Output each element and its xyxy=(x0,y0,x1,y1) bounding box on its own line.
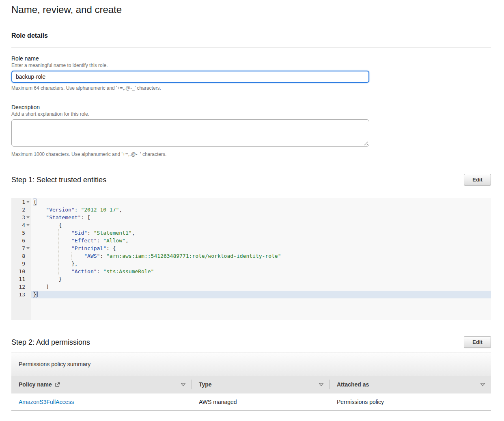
page-title: Name, review, and create xyxy=(11,4,491,15)
permissions-panel-title: Permissions policy summary xyxy=(19,361,90,367)
code-line[interactable]: } xyxy=(31,291,491,298)
permissions-panel: Permissions policy summary Policy name T… xyxy=(11,352,491,411)
code-line[interactable]: } xyxy=(31,275,491,283)
description-textarea[interactable] xyxy=(11,119,369,147)
gutter-line: 6 xyxy=(11,237,31,244)
code-line[interactable]: "Sid": "Statement1", xyxy=(31,229,491,237)
description-label: Description xyxy=(11,104,491,111)
code-line[interactable]: "Principal": { xyxy=(31,244,491,252)
role-name-hint: Enter a meaningful name to identify this… xyxy=(11,63,491,69)
table-row: AmazonS3FullAccess AWS managed Permissio… xyxy=(11,393,491,411)
code-line[interactable]: "Version": "2012-10-17", xyxy=(31,206,491,214)
gutter-line: 9 xyxy=(11,260,31,268)
policy-name-link[interactable]: AmazonS3FullAccess xyxy=(19,399,74,405)
step2-heading: Step 2: Add permissions xyxy=(11,338,90,347)
description-constraint: Maximum 1000 characters. Use alphanumeri… xyxy=(11,151,491,157)
policy-attached-as-cell: Permissions policy xyxy=(330,399,491,405)
section-divider xyxy=(11,47,491,47)
gutter-line: 7 xyxy=(11,244,31,252)
role-name-constraint: Maximum 64 characters. Use alphanumeric … xyxy=(11,85,491,91)
code-line[interactable]: { xyxy=(31,221,491,229)
filter-dropdown-icon[interactable] xyxy=(319,383,324,386)
column-header-attached-as: Attached as xyxy=(330,376,491,393)
code-line[interactable]: ] xyxy=(31,283,491,291)
description-hint: Add a short explanation for this role. xyxy=(11,111,491,117)
code-line[interactable]: "Effect": "Allow", xyxy=(31,237,491,244)
step1-heading: Step 1: Select trusted entities xyxy=(11,175,106,184)
role-name-input[interactable] xyxy=(11,71,369,83)
gutter-line: 11 xyxy=(11,275,31,283)
filter-dropdown-icon[interactable] xyxy=(480,383,485,386)
gutter-line: 1 xyxy=(11,198,31,206)
gutter-line: 13 xyxy=(11,291,31,298)
gutter-line: 8 xyxy=(11,252,31,260)
step1-edit-button[interactable]: Edit xyxy=(464,174,491,186)
trust-policy-editor[interactable]: 12345678910111213 { "Version": "2012-10-… xyxy=(11,198,491,320)
gutter-line: 3 xyxy=(11,214,31,221)
text-cursor xyxy=(37,291,38,297)
column-header-type: Type xyxy=(192,376,330,393)
filter-dropdown-icon[interactable] xyxy=(181,383,186,386)
gutter-line: 2 xyxy=(11,206,31,214)
policy-type-cell: AWS managed xyxy=(192,399,330,405)
editor-gutter: 12345678910111213 xyxy=(11,198,31,320)
code-line[interactable]: "AWS": "arn:aws:iam::541263489771:role/w… xyxy=(31,252,491,260)
gutter-line: 5 xyxy=(11,229,31,237)
external-link-icon xyxy=(55,382,60,387)
fold-icon[interactable] xyxy=(26,247,30,249)
code-line[interactable]: "Statement": [ xyxy=(31,214,491,221)
fold-icon[interactable] xyxy=(26,201,30,203)
column-header-policy-name: Policy name xyxy=(11,376,192,393)
gutter-line: 12 xyxy=(11,283,31,291)
fold-icon[interactable] xyxy=(26,224,30,226)
step2-edit-button[interactable]: Edit xyxy=(464,336,491,348)
gutter-line: 4 xyxy=(11,221,31,229)
gutter-line: 10 xyxy=(11,268,31,275)
code-line[interactable]: { xyxy=(31,198,491,206)
editor-code[interactable]: { "Version": "2012-10-17", "Statement": … xyxy=(31,198,491,320)
role-details-heading: Role details xyxy=(11,32,491,40)
role-name-label: Role name xyxy=(11,55,491,62)
code-line[interactable]: }, xyxy=(31,260,491,268)
fold-icon[interactable] xyxy=(26,216,30,218)
page-content: Name, review, and create Role details Ro… xyxy=(0,0,504,411)
table-header-row: Policy name Type At xyxy=(11,376,491,393)
code-line[interactable]: "Action": "sts:AssumeRole" xyxy=(31,268,491,275)
permissions-panel-header: Permissions policy summary xyxy=(11,352,491,376)
